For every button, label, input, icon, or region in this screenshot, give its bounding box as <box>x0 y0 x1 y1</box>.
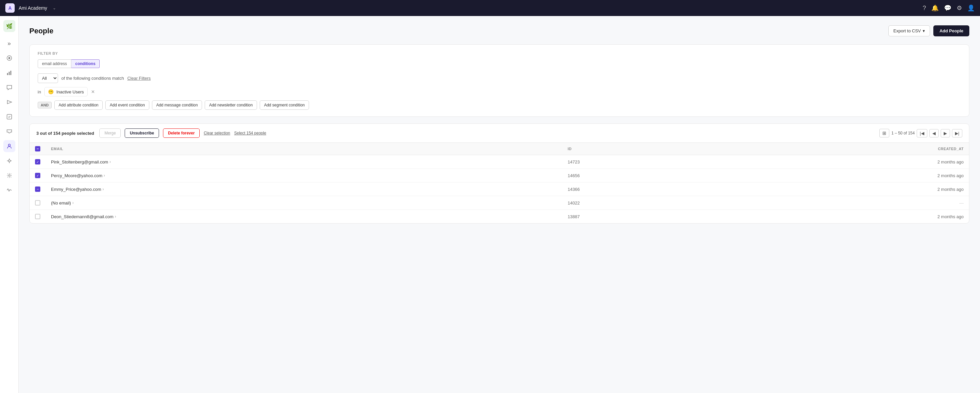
checkbox-checked[interactable] <box>35 159 40 165</box>
checkbox-checked[interactable] <box>35 173 40 178</box>
sidebar-item-analytics[interactable] <box>3 67 15 79</box>
email-link[interactable]: (No email)› <box>51 201 557 206</box>
email-arrow-icon: › <box>72 201 74 205</box>
select-all-button[interactable]: Select 154 people <box>234 131 266 136</box>
table-toolbar: 3 out of 154 people selected Merge Unsub… <box>30 124 969 143</box>
export-csv-button[interactable]: Export to CSV ▾ <box>888 26 930 36</box>
add-attribute-condition-button[interactable]: Add attribute condition <box>54 101 103 110</box>
created-at-cell: 2 months ago <box>718 155 969 169</box>
svg-point-1 <box>8 57 10 59</box>
add-newsletter-condition-button[interactable]: Add newsletter condition <box>205 101 257 110</box>
sidebar-item-campaigns[interactable] <box>3 96 15 108</box>
header-actions: Export to CSV ▾ Add People <box>888 26 969 36</box>
table-row: Pink_Stoltenberg@gmail.com›147232 months… <box>30 155 969 169</box>
table-row: Percy_Moore@yahoo.com›146562 months ago <box>30 169 969 182</box>
merge-button[interactable]: Merge <box>99 128 121 138</box>
app-chevron[interactable]: ⌄ <box>52 6 56 10</box>
segment-icon: 😶 <box>48 89 54 94</box>
email-arrow-icon: › <box>103 173 105 178</box>
user-icon[interactable]: 👤 <box>967 4 975 12</box>
app-name: Ami Academy <box>19 5 47 11</box>
email-arrow-icon: › <box>102 187 103 192</box>
filter-by-label: FILTER BY <box>38 51 961 55</box>
email-value: (No email) <box>51 201 71 206</box>
selected-count: 3 out of 154 people selected <box>37 131 94 136</box>
inactive-users-segment[interactable]: 😶 Inactive Users <box>45 87 88 96</box>
delete-forever-button[interactable]: Delete forever <box>163 128 200 138</box>
add-event-condition-button[interactable]: Add event condition <box>105 101 149 110</box>
empty-date: — <box>959 201 964 206</box>
filter-condition-text: of the following conditions match <box>61 76 124 81</box>
id-column-header: ID <box>562 143 718 155</box>
add-segment-condition-button[interactable]: Add segment condition <box>260 101 309 110</box>
checkbox-unchecked[interactable] <box>35 214 40 219</box>
svg-rect-3 <box>9 72 10 75</box>
sidebar-item-settings[interactable] <box>3 169 15 182</box>
filter-condition-row: All Any of the following conditions matc… <box>38 73 961 83</box>
created-at-cell: 2 months ago <box>718 182 969 196</box>
chat-icon[interactable]: 💬 <box>944 4 951 12</box>
segment-label: Inactive Users <box>56 89 84 94</box>
page-header: People Export to CSV ▾ Add People <box>29 26 969 36</box>
email-link[interactable]: Pink_Stoltenberg@gmail.com› <box>51 160 557 165</box>
sidebar-item-dashboard[interactable] <box>3 52 15 64</box>
next-page-button[interactable]: ▶ <box>941 129 950 137</box>
notification-icon[interactable]: 🔔 <box>931 4 939 12</box>
sidebar-expand[interactable]: » <box>3 37 15 50</box>
clear-filters-link[interactable]: Clear Filters <box>127 76 151 81</box>
sidebar: 🌿 » <box>0 16 19 393</box>
sidebar-item-automation[interactable] <box>3 111 15 123</box>
header-checkbox-cell <box>30 143 46 155</box>
filter-all-select[interactable]: All Any <box>38 73 58 83</box>
email-link[interactable]: Emmy_Price@yahoo.com› <box>51 187 557 192</box>
add-message-condition-button[interactable]: Add message condition <box>152 101 202 110</box>
add-people-button[interactable]: Add People <box>933 26 969 36</box>
remove-segment-button[interactable]: ✕ <box>91 89 95 94</box>
email-cell: Emmy_Price@yahoo.com› <box>46 182 562 196</box>
svg-rect-4 <box>10 71 11 75</box>
main-content: People Export to CSV ▾ Add People FILTER… <box>19 16 980 393</box>
email-value: Deon_Stiedemann8@gmail.com <box>51 214 113 219</box>
prev-page-button[interactable]: ◀ <box>929 129 939 137</box>
pagination: ⊞ 1 – 50 of 154 |◀ ◀ ▶ ▶| <box>879 129 963 137</box>
filter-in-label: in <box>38 89 41 94</box>
email-cell: Pink_Stoltenberg@gmail.com› <box>46 155 562 169</box>
help-icon[interactable]: ? <box>923 5 926 12</box>
sidebar-item-inbox[interactable] <box>3 125 15 137</box>
id-cell: 13887 <box>562 210 718 224</box>
svg-point-13 <box>8 175 10 176</box>
sidebar-item-activity[interactable] <box>3 184 15 196</box>
settings-icon[interactable]: ⚙ <box>957 4 962 12</box>
sidebar-item-messages[interactable] <box>3 81 15 93</box>
row-checkbox-cell <box>30 210 46 224</box>
row-checkbox-cell <box>30 196 46 210</box>
unsubscribe-button[interactable]: Unsubscribe <box>125 128 159 138</box>
email-cell: Percy_Moore@yahoo.com› <box>46 169 562 182</box>
grid-view-icon[interactable]: ⊞ <box>879 129 889 137</box>
clear-selection-button[interactable]: Clear selection <box>204 131 230 136</box>
filter-tab-conditions[interactable]: conditions <box>72 59 100 68</box>
and-badge: AND <box>38 102 52 109</box>
created-at-cell: 2 months ago <box>718 210 969 224</box>
sidebar-item-people[interactable] <box>3 140 15 152</box>
table-row: (No email)›14022— <box>30 196 969 210</box>
email-link[interactable]: Deon_Stiedemann8@gmail.com› <box>51 214 557 219</box>
created-at-cell: — <box>718 196 969 210</box>
first-page-button[interactable]: |◀ <box>917 129 927 137</box>
email-arrow-icon: › <box>115 214 116 219</box>
checkbox-minus[interactable] <box>35 187 40 192</box>
sidebar-item-integrations[interactable] <box>3 155 15 167</box>
email-cell: (No email)› <box>46 196 562 210</box>
checkbox-unchecked[interactable] <box>35 200 40 206</box>
email-column-header: EMAIL <box>46 143 562 155</box>
svg-point-7 <box>8 144 10 146</box>
email-link[interactable]: Percy_Moore@yahoo.com› <box>51 173 557 178</box>
topbar: A Ami Academy ⌄ ? 🔔 💬 ⚙ 👤 <box>0 0 980 16</box>
last-page-button[interactable]: ▶| <box>952 129 963 137</box>
select-all-checkbox[interactable] <box>35 146 40 152</box>
email-value: Emmy_Price@yahoo.com <box>51 187 101 192</box>
filter-tab-email[interactable]: email address <box>38 59 72 68</box>
email-value: Percy_Moore@yahoo.com <box>51 173 102 178</box>
row-checkbox-cell <box>30 169 46 182</box>
table-header-row: EMAIL ID CREATED_AT <box>30 143 969 155</box>
